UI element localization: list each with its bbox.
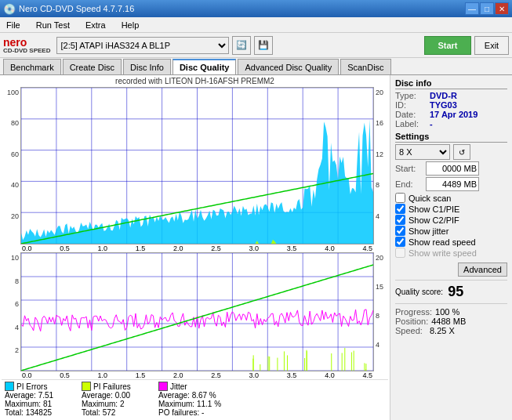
show-c2pif-label: Show C2/PIF — [409, 215, 459, 225]
tab-disc-quality[interactable]: Disc Quality — [172, 59, 237, 74]
jitter-avg-value: 8.67 % — [192, 391, 216, 400]
chart-area: recorded with LITEON DH-16AFSH PREMM2 10… — [0, 75, 390, 420]
progress-section: Progress: 100 % Position: 4488 MB Speed:… — [395, 303, 507, 335]
pi-errors-swatch — [5, 382, 14, 391]
show-c1pie-checkbox[interactable] — [395, 204, 405, 214]
pi-errors-max-value: 81 — [43, 400, 52, 408]
disc-id-value: TYG03 — [430, 100, 457, 110]
show-read-speed-checkbox[interactable] — [395, 237, 405, 247]
legend-pi-failures: PI Failures Average: 0.00 Maximum: 2 Tot… — [82, 382, 152, 417]
nero-logo: nero CD-DVD SPEED — [3, 37, 50, 54]
close-button[interactable]: ✕ — [495, 2, 509, 15]
disc-type-value: DVD-R — [430, 91, 457, 100]
position-value: 4488 MB — [431, 317, 466, 326]
advanced-button[interactable]: Advanced — [458, 262, 507, 277]
menu-help[interactable]: Help — [118, 20, 143, 31]
speed-refresh-button[interactable]: ↺ — [453, 144, 470, 160]
quality-score-label: Quality score: — [395, 288, 443, 296]
pi-errors-total-label: Total: — [5, 408, 24, 417]
menu-file[interactable]: File — [3, 20, 24, 31]
main-content: recorded with LITEON DH-16AFSH PREMM2 10… — [0, 75, 512, 420]
pi-failures-avg-value: 0.00 — [115, 391, 130, 400]
end-mb-input[interactable] — [426, 177, 479, 191]
legend-pi-errors: PI Errors Average: 7.51 Maximum: 81 Tota… — [5, 382, 75, 417]
exit-button[interactable]: Exit — [474, 36, 509, 55]
disc-date-value: 17 Apr 2019 — [430, 110, 478, 119]
app-icon: 💿 — [3, 3, 16, 15]
save-button[interactable]: 💾 — [254, 36, 273, 55]
jitter-swatch — [158, 382, 168, 391]
speed-select[interactable]: 8 X — [395, 144, 450, 160]
pi-failures-max-value: 2 — [120, 400, 125, 408]
toolbar: nero CD-DVD SPEED [2:5] ATAPI iHAS324 A … — [0, 33, 512, 58]
start-button[interactable]: Start — [424, 36, 471, 55]
menu-extra[interactable]: Extra — [82, 20, 109, 31]
settings-section: Settings 8 X ↺ Start: End: Quick scan — [395, 132, 507, 277]
pi-failures-swatch — [82, 382, 91, 391]
chart-title: recorded with LITEON DH-16AFSH PREMM2 — [2, 77, 388, 85]
quick-scan-label: Quick scan — [409, 194, 451, 203]
show-write-speed-label: Show write speed — [409, 248, 477, 258]
speed-value: 8.25 X — [430, 326, 455, 335]
progress-value: 100 % — [435, 307, 459, 317]
disc-label-value: - — [430, 119, 433, 129]
disc-info-section: Disc info Type: DVD-R ID: TYG03 Date: 17… — [395, 78, 507, 129]
jitter-po-value: - — [202, 408, 204, 417]
show-read-speed-label: Show read speed — [409, 237, 476, 247]
right-panel: Disc info Type: DVD-R ID: TYG03 Date: 17… — [390, 75, 512, 420]
jitter-max-value: 11.1 % — [197, 400, 221, 408]
settings-title: Settings — [395, 132, 507, 143]
show-write-speed-checkbox[interactable] — [395, 248, 405, 258]
pi-errors-total-value: 134825 — [26, 408, 52, 417]
start-mb-input[interactable] — [426, 161, 479, 176]
tab-advanced-disc-quality[interactable]: Advanced Disc Quality — [238, 59, 339, 74]
tab-scan-disc[interactable]: ScanDisc — [340, 59, 390, 74]
tab-benchmark[interactable]: Benchmark — [3, 59, 61, 74]
show-c2pif-checkbox[interactable] — [395, 215, 405, 225]
quality-score-value: 95 — [448, 284, 463, 300]
pi-errors-avg-label: Average: — [5, 391, 36, 400]
pi-errors-avg-value: 7.51 — [38, 391, 53, 400]
refresh-button[interactable]: 🔄 — [232, 36, 251, 55]
show-jitter-label: Show jitter — [409, 226, 448, 236]
pi-errors-max-label: Maximum: — [5, 400, 41, 408]
tab-disc-info[interactable]: Disc Info — [123, 59, 171, 74]
drive-select[interactable]: [2:5] ATAPI iHAS324 A BL1P — [56, 37, 229, 54]
pi-failures-total-value: 572 — [103, 408, 116, 417]
minimize-button[interactable]: — — [465, 2, 479, 15]
pi-failures-label: PI Failures — [93, 382, 131, 391]
quick-scan-checkbox[interactable] — [395, 193, 405, 203]
pi-errors-label: PI Errors — [16, 382, 47, 391]
tabs: Benchmark Create Disc Disc Info Disc Qua… — [0, 58, 512, 75]
show-jitter-checkbox[interactable] — [395, 226, 405, 236]
show-c1pie-label: Show C1/PIE — [409, 205, 459, 214]
jitter-label: Jitter — [170, 382, 187, 391]
quality-section: Quality score: 95 — [395, 280, 507, 300]
tab-create-disc[interactable]: Create Disc — [63, 59, 122, 74]
menu-run-test[interactable]: Run Test — [33, 20, 73, 31]
disc-info-title: Disc info — [395, 78, 507, 89]
maximize-button[interactable]: □ — [480, 2, 494, 15]
legend: PI Errors Average: 7.51 Maximum: 81 Tota… — [2, 379, 388, 418]
title-bar: 💿 Nero CD-DVD Speed 4.7.7.16 — □ ✕ — [0, 0, 512, 17]
legend-jitter: Jitter Average: 8.67 % Maximum: 11.1 % P… — [158, 382, 229, 417]
menu-bar: File Run Test Extra Help — [0, 17, 512, 33]
window-title: Nero CD-DVD Speed 4.7.7.16 — [19, 4, 134, 13]
